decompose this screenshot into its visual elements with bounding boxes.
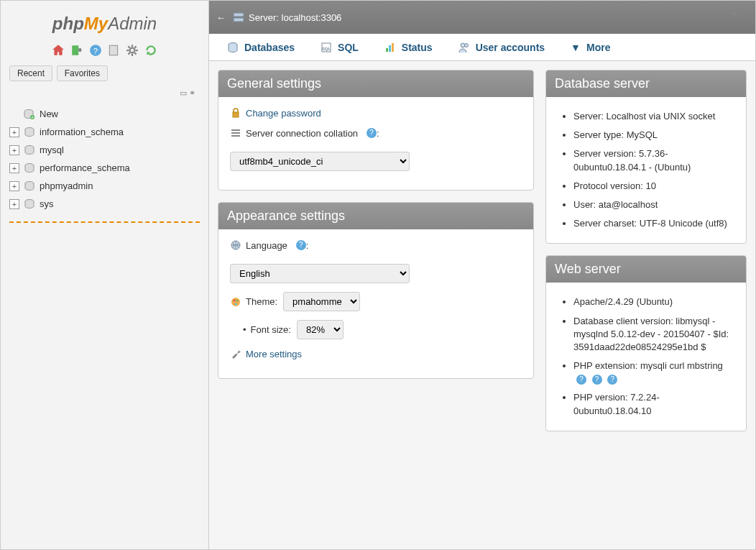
tab-more[interactable]: ▼ More	[558, 34, 622, 60]
more-settings-link[interactable]: More settings	[246, 349, 302, 359]
status-icon	[384, 42, 396, 53]
new-db-label: New	[40, 109, 58, 119]
list-item: PHP version: 7.2.24-0ubuntu0.18.04.10	[573, 388, 734, 420]
list-item: Protocol version: 10	[573, 177, 734, 196]
reload-icon[interactable]	[144, 44, 157, 57]
db-item-mysql[interactable]: + mysql	[6, 141, 203, 159]
list-item: User: ata@localhost	[573, 196, 734, 214]
font-size-select[interactable]: 82%	[297, 320, 344, 339]
expand-icon[interactable]: +	[9, 163, 19, 173]
svg-rect-19	[389, 45, 391, 52]
collapse-panel-icon[interactable]: ⌃	[720, 5, 748, 29]
sidebar: phpMyAdmin ? Recent Favorites ▭ ⚭ + New …	[1, 1, 209, 549]
db-label: sys	[40, 198, 54, 209]
svg-rect-25	[231, 132, 240, 134]
sidebar-quick-icons: ?	[1, 40, 208, 61]
help-icon[interactable]: ?	[296, 240, 306, 250]
database-icon	[24, 127, 35, 137]
theme-icon	[230, 296, 241, 308]
list-item: Server: Localhost via UNIX socket	[573, 107, 734, 126]
svg-point-22	[464, 44, 468, 47]
expand-icon[interactable]: +	[9, 127, 19, 137]
svg-text:SQL: SQL	[322, 47, 331, 51]
main-content: ← Server: localhost:3306 ⌃ Databases SQL…	[209, 1, 755, 549]
database-tree: + New + information_schema + mysql + per…	[1, 101, 208, 217]
collation-select[interactable]: utf8mb4_unicode_ci	[230, 152, 410, 171]
collation-label: Server connection collation	[246, 128, 358, 139]
back-arrow-icon[interactable]: ←	[216, 12, 226, 23]
db-label: mysql	[40, 145, 64, 155]
svg-rect-0	[72, 45, 78, 55]
sql-docs-icon[interactable]	[107, 44, 120, 57]
theme-select[interactable]: pmahomme	[283, 292, 360, 311]
panel-title: Web server	[546, 256, 746, 283]
db-label: performance_schema	[40, 162, 130, 173]
svg-point-31	[235, 303, 237, 305]
svg-rect-20	[392, 43, 394, 52]
svg-rect-3	[110, 45, 118, 55]
language-select[interactable]: English	[230, 264, 410, 283]
phpmyadmin-logo[interactable]: phpMyAdmin	[1, 8, 208, 40]
collapse-all-icon[interactable]: ▭	[180, 88, 187, 97]
tab-user-accounts[interactable]: User accounts	[446, 34, 557, 60]
database-server-panel: Database server Server: Localhost via UN…	[545, 70, 747, 244]
logout-icon[interactable]	[70, 44, 83, 57]
svg-rect-24	[231, 129, 240, 131]
language-label: Language	[246, 240, 287, 251]
panel-title: General settings	[218, 70, 533, 97]
list-item: Server version: 5.7.36-0ubuntu0.18.04.1 …	[573, 145, 734, 176]
breadcrumb-bar: ← Server: localhost:3306 ⌃	[209, 1, 755, 34]
db-item-information-schema[interactable]: + information_schema	[6, 123, 203, 141]
breadcrumb-text[interactable]: Server: localhost:3306	[249, 12, 341, 23]
help-icon[interactable]: ?	[607, 375, 617, 385]
expand-icon[interactable]: +	[9, 145, 19, 155]
expand-icon[interactable]: +	[9, 199, 19, 209]
database-icon	[24, 199, 35, 209]
list-item: Database client version: libmysql - mysq…	[573, 312, 734, 357]
main-nav-tabs: Databases SQL SQL Status User accounts ▼…	[209, 34, 755, 61]
help-icon[interactable]: ?	[592, 375, 602, 385]
link-icon[interactable]: ⚭	[189, 88, 195, 97]
database-icon	[24, 181, 35, 191]
svg-point-30	[236, 299, 239, 301]
new-database-link[interactable]: + New	[6, 105, 203, 123]
help-icon[interactable]: ?	[367, 128, 377, 138]
users-icon	[458, 42, 470, 53]
triangle-down-icon: ▼	[571, 42, 581, 53]
tab-databases[interactable]: Databases	[215, 34, 307, 60]
wrench-icon	[230, 348, 241, 359]
list-item: Server charset: UTF-8 Unicode (utf8)	[573, 214, 734, 233]
expand-icon[interactable]: +	[9, 181, 19, 191]
tab-status[interactable]: Status	[372, 34, 445, 60]
list-item: Apache/2.4.29 (Ubuntu)	[573, 293, 734, 311]
settings-gear-icon[interactable]	[126, 44, 139, 57]
db-label: phpmyadmin	[40, 180, 93, 191]
favorites-tab[interactable]: Favorites	[57, 65, 108, 81]
svg-rect-13	[234, 13, 244, 17]
svg-text:?: ?	[93, 47, 98, 55]
db-item-performance-schema[interactable]: + performance_schema	[6, 159, 203, 177]
font-size-label: Font size:	[251, 324, 291, 335]
svg-rect-14	[234, 18, 244, 22]
tab-sql[interactable]: SQL SQL	[308, 34, 371, 60]
general-settings-panel: General settings Change password Server …	[218, 70, 534, 191]
home-icon[interactable]	[52, 44, 65, 57]
database-icon	[24, 163, 35, 173]
db-item-phpmyadmin[interactable]: + phpmyadmin	[6, 177, 203, 195]
svg-rect-26	[231, 135, 240, 137]
databases-icon	[227, 42, 239, 53]
change-password-link[interactable]: Change password	[246, 108, 321, 119]
panel-title: Appearance settings	[218, 203, 533, 229]
server-icon	[233, 12, 244, 22]
collation-icon	[230, 127, 241, 139]
panel-title: Database server	[546, 70, 746, 97]
db-item-sys[interactable]: + sys	[6, 195, 203, 213]
sql-icon: SQL	[321, 42, 332, 53]
svg-rect-23	[233, 112, 239, 117]
new-db-icon: +	[24, 109, 35, 119]
recent-tab[interactable]: Recent	[9, 65, 52, 81]
docs-icon[interactable]: ?	[89, 44, 102, 57]
help-icon[interactable]: ?	[576, 375, 586, 385]
list-item: PHP extension: mysqli curl mbstring ? ? …	[573, 357, 734, 388]
db-label: information_schema	[40, 127, 124, 137]
